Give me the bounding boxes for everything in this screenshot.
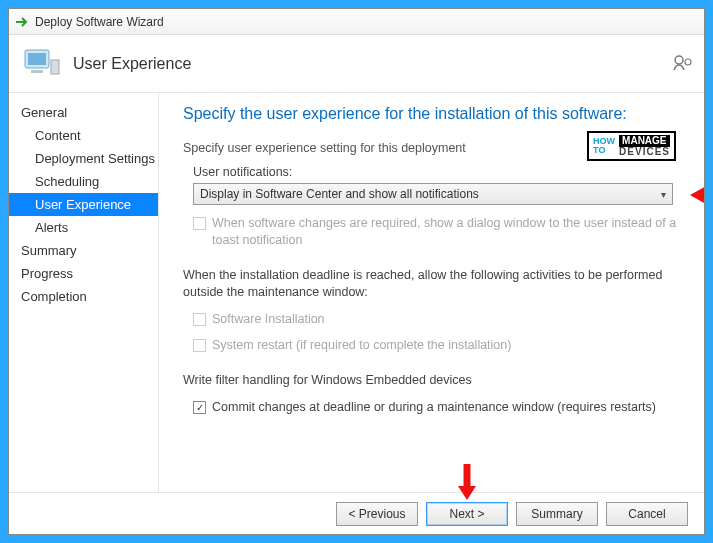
sidebar-item-user-experience[interactable]: User Experience — [9, 193, 158, 216]
wizard-header: User Experience — [9, 35, 704, 93]
next-button-wrap: Next > — [426, 502, 508, 526]
commit-changes-checkbox-row[interactable]: ✓ Commit changes at deadline or during a… — [193, 399, 680, 416]
system-restart-label: System restart (if required to complete … — [212, 337, 511, 354]
sidebar-item-general[interactable]: General — [9, 101, 158, 124]
sidebar-item-scheduling[interactable]: Scheduling — [9, 170, 158, 193]
summary-button[interactable]: Summary — [516, 502, 598, 526]
wizard-content: Specify the user experience for the inst… — [159, 93, 704, 492]
commit-changes-checkbox[interactable]: ✓ — [193, 401, 206, 414]
wizard-sidebar: GeneralContentDeployment SettingsSchedul… — [9, 93, 159, 492]
chevron-down-icon: ▾ — [661, 189, 666, 200]
svg-point-5 — [685, 59, 691, 65]
watermark-howto: HOW TO — [593, 137, 615, 155]
user-notifications-dropdown[interactable]: Display in Software Center and show all … — [193, 183, 673, 205]
annotation-arrow-next-icon — [455, 462, 479, 506]
wizard-footer: < Previous Next > Summary Cancel — [9, 492, 704, 534]
dialog-window-label: When software changes are required, show… — [212, 215, 680, 249]
previous-button[interactable]: < Previous — [336, 502, 418, 526]
sidebar-item-deployment-settings[interactable]: Deployment Settings — [9, 147, 158, 170]
user-notifications-label: User notifications: — [193, 165, 680, 179]
svg-point-4 — [675, 56, 683, 64]
cancel-button[interactable]: Cancel — [606, 502, 688, 526]
computer-icon — [21, 46, 61, 82]
svg-rect-2 — [31, 70, 43, 73]
sidebar-item-progress[interactable]: Progress — [9, 262, 158, 285]
annotation-arrow-dropdown-icon — [688, 183, 704, 210]
wizard-body: GeneralContentDeployment SettingsSchedul… — [9, 93, 704, 492]
write-filter-heading: Write filter handling for Windows Embedd… — [183, 372, 680, 389]
feedback-icon[interactable] — [672, 53, 694, 77]
svg-rect-1 — [28, 53, 46, 65]
sidebar-item-completion[interactable]: Completion — [9, 285, 158, 308]
app-arrow-icon — [15, 15, 29, 29]
software-install-checkbox — [193, 313, 206, 326]
content-heading: Specify the user experience for the inst… — [183, 105, 680, 123]
watermark-badge: HOW TO MANAGE DEVICES — [587, 131, 676, 161]
window-title: Deploy Software Wizard — [35, 15, 164, 29]
sidebar-item-content[interactable]: Content — [9, 124, 158, 147]
software-install-label: Software Installation — [212, 311, 325, 328]
dialog-window-checkbox-row: When software changes are required, show… — [193, 215, 680, 249]
dialog-window-checkbox — [193, 217, 206, 230]
page-title: User Experience — [73, 55, 191, 73]
system-restart-checkbox — [193, 339, 206, 352]
sidebar-item-summary[interactable]: Summary — [9, 239, 158, 262]
svg-rect-3 — [51, 60, 59, 74]
system-restart-checkbox-row: System restart (if required to complete … — [193, 337, 680, 354]
commit-changes-label: Commit changes at deadline or during a m… — [212, 399, 656, 416]
software-install-checkbox-row: Software Installation — [193, 311, 680, 328]
dropdown-value: Display in Software Center and show all … — [200, 187, 479, 201]
wizard-window: Deploy Software Wizard User Experience G… — [8, 8, 705, 535]
titlebar: Deploy Software Wizard — [9, 9, 704, 35]
deadline-heading: When the installation deadline is reache… — [183, 267, 680, 301]
sidebar-item-alerts[interactable]: Alerts — [9, 216, 158, 239]
watermark-md: MANAGE DEVICES — [619, 135, 670, 157]
